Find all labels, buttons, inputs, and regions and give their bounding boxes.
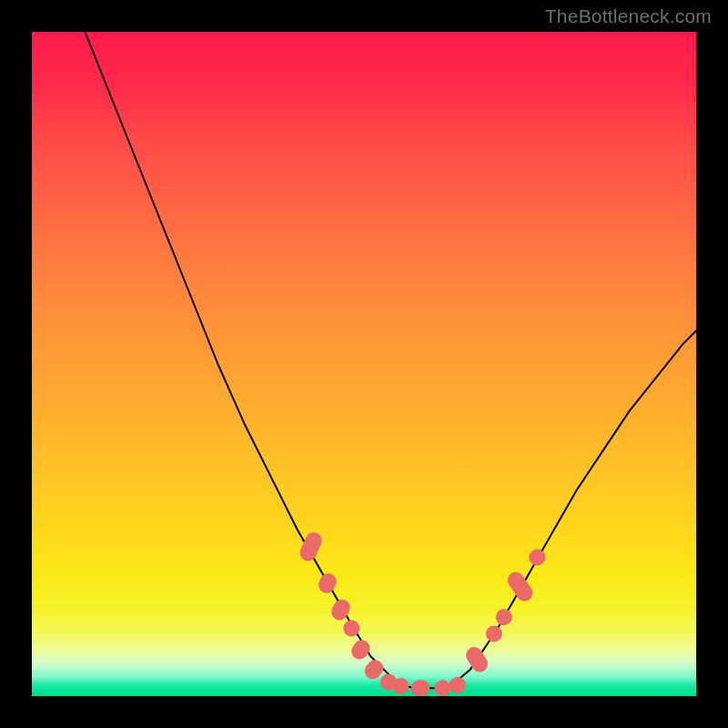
marker-capsule — [492, 606, 515, 629]
marker-capsule — [411, 680, 430, 696]
marker-capsule — [316, 571, 339, 596]
marker-capsule — [349, 637, 373, 662]
marker-capsule — [504, 569, 536, 604]
chart-frame: TheBottleneck.com — [0, 0, 728, 728]
marker-capsule — [447, 674, 469, 696]
marker-capsule — [298, 530, 325, 563]
watermark-text: TheBottleneck.com — [545, 5, 712, 27]
marker-capsule — [482, 622, 505, 645]
chart-svg — [32, 32, 696, 696]
marker-capsule — [463, 644, 491, 675]
marker-capsule — [434, 680, 450, 696]
series-left-curve — [85, 32, 403, 686]
marker-capsule — [526, 546, 549, 569]
plot-area — [32, 32, 696, 696]
